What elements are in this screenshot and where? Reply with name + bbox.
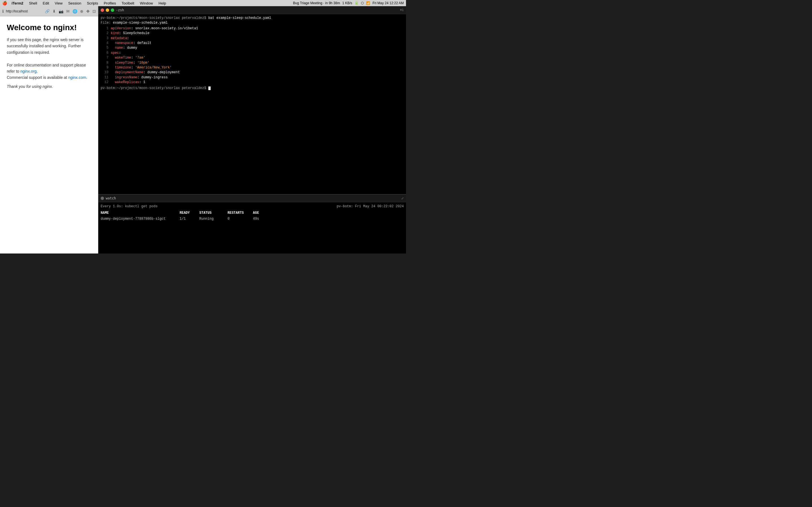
- nginx-paragraph1: If you see this page, the nginx web serv…: [7, 37, 91, 55]
- mail-icon[interactable]: ✉: [66, 9, 70, 13]
- browser-url: http://localhost: [6, 9, 43, 13]
- menubar-scripts[interactable]: Scripts: [85, 0, 100, 6]
- browser-icons: 🔗 ⬇ 📷 ✉ 🌐 ⊕ ✥ ⊡: [45, 9, 96, 13]
- term-line-1: 1 apiVersion: snorlax.moon-society.io/v1…: [101, 26, 404, 31]
- nginx-paragraph2: For online documentation and support ple…: [7, 62, 91, 81]
- close-button[interactable]: [101, 8, 104, 12]
- menubar-view[interactable]: View: [52, 0, 65, 6]
- pod-restarts: 0: [227, 216, 253, 222]
- col-header-status: STATUS: [199, 210, 227, 216]
- terminal-panel: -zsh ⌘1 pv-botm:~/projects/moon-society/…: [98, 6, 406, 253]
- watch-tab-left: watch: [101, 196, 116, 200]
- watch-header-right: pv-botm: Fri May 24 00:22:02 2024: [337, 204, 404, 209]
- watch-header-left: Every 1.0s: kubectl get pods: [101, 204, 158, 209]
- terminal-top-tab-bar: -zsh ⌘1: [98, 6, 406, 14]
- network-info: 1 KB/s: [342, 1, 352, 5]
- menubar-edit[interactable]: Edit: [41, 0, 51, 6]
- term-line-8: 8 sleepTime: '10pm': [101, 61, 404, 65]
- info-icon: ℹ: [2, 9, 4, 13]
- meeting-info: Bug Triage Meeting · in 9h 38m: [293, 1, 340, 5]
- menubar-toolbelt[interactable]: Toolbelt: [119, 0, 137, 6]
- nginx-com-link[interactable]: nginx.com: [68, 75, 86, 80]
- terminal-top-pane: -zsh ⌘1 pv-botm:~/projects/moon-society/…: [98, 6, 406, 194]
- menubar-right: Bug Triage Meeting · in 9h 38m 1 KB/s 🔋 …: [293, 0, 404, 6]
- menubar-app[interactable]: iTerm2: [9, 0, 26, 6]
- nginx-org-link[interactable]: nginx.org: [20, 69, 37, 73]
- aim-icon[interactable]: ⊕: [80, 9, 84, 13]
- download-icon[interactable]: ⬇: [52, 9, 56, 13]
- browser-toolbar: ℹ http://localhost 🔗 ⬇ 📷 ✉ 🌐 ⊕ ✥ ⊡: [0, 6, 98, 16]
- nginx-body: If you see this page, the nginx web serv…: [7, 37, 91, 81]
- col-header-name: NAME: [101, 210, 180, 216]
- watch-tab-label: watch: [106, 196, 116, 200]
- term-line-3: 3 metadata:: [101, 36, 404, 41]
- watch-table-header: NAME READY STATUS RESTARTS AGE: [101, 210, 404, 216]
- minimize-button[interactable]: [106, 8, 109, 12]
- term-line-12: 12 wakeReplicas: 1: [101, 80, 404, 85]
- terminal-top-tab-left: -zsh: [101, 8, 124, 12]
- watch-maximize-icon[interactable]: ⤢: [401, 196, 404, 200]
- terminal-top-content[interactable]: pv-botm:~/projects/moon-society/snorlax …: [98, 14, 406, 194]
- terminal-prompt-line-2: pv-botm:~/projects/moon-society/snorlax …: [101, 86, 404, 91]
- datetime: Fri May 24 12:22 AM: [372, 1, 404, 5]
- term-line-10: 10 deploymentName: dummy-deployment: [101, 70, 404, 75]
- term-line-6: 6 spec:: [101, 51, 404, 55]
- term-line-7: 7 wakeTime: '7am': [101, 55, 404, 60]
- terminal-shortcut: ⌘1: [400, 8, 404, 12]
- term-line-2: 2 kind: SleepSchedule: [101, 31, 404, 36]
- wifi-icon: 📶: [366, 1, 370, 5]
- camera-icon[interactable]: 📷: [59, 9, 63, 13]
- watch-content[interactable]: Every 1.0s: kubectl get pods pv-botm: Fr…: [98, 202, 406, 253]
- pod-name: dummy-deployment-77887986b-slgct: [101, 216, 180, 222]
- term-line-4: 4 namespace: default: [101, 41, 404, 46]
- nginx-p2-suffix: .: [37, 69, 38, 73]
- nginx-p3-prefix: Commercial support is available at: [7, 75, 68, 80]
- nginx-thanks: Thank you for using nginx.: [7, 84, 91, 89]
- nginx-p3-suffix: .: [86, 75, 87, 80]
- nginx-title: Welcome to nginx!: [7, 23, 91, 32]
- maximize-button[interactable]: [111, 8, 114, 12]
- watch-close-btn[interactable]: [101, 196, 104, 200]
- nginx-p2-prefix: For online documentation and support ple…: [7, 63, 86, 73]
- battery-icon: 🔋: [354, 1, 359, 5]
- menubar-profiles[interactable]: Profiles: [101, 0, 118, 6]
- main-container: ℹ http://localhost 🔗 ⬇ 📷 ✉ 🌐 ⊕ ✥ ⊡ Welco…: [0, 6, 406, 253]
- menubar-help[interactable]: Help: [156, 0, 168, 6]
- col-header-age: AGE: [253, 210, 270, 216]
- menubar-window[interactable]: Window: [138, 0, 155, 6]
- terminal-file-header: File: example-sleep-schedule.yaml: [101, 20, 404, 25]
- col-header-restarts: RESTARTS: [227, 210, 253, 216]
- menubar: 🍎 iTerm2 Shell Edit View Session Scripts…: [0, 0, 406, 6]
- terminal-prompt-line: pv-botm:~/projects/moon-society/snorlax …: [101, 16, 404, 20]
- term-line-9: 9 timezone: 'America/New_York': [101, 65, 404, 70]
- window-controls: [101, 8, 114, 12]
- terminal-bottom-pane: watch ⤢ Every 1.0s: kubectl get pods pv-…: [98, 194, 406, 253]
- pod-status: Running: [199, 216, 227, 222]
- move-icon[interactable]: ✥: [86, 9, 90, 13]
- menubar-session[interactable]: Session: [66, 0, 84, 6]
- pod-age: 49s: [253, 216, 270, 222]
- apple-menu[interactable]: 🍎: [2, 1, 7, 5]
- term-line-5: 5 name: dummy: [101, 46, 404, 50]
- watch-tab-bar: watch ⤢: [98, 194, 406, 202]
- term-line-11: 11 ingressName: dummy-ingress: [101, 75, 404, 80]
- browser-content: Welcome to nginx! If you see this page, …: [0, 16, 98, 253]
- menubar-shell[interactable]: Shell: [27, 0, 40, 6]
- link-icon[interactable]: 🔗: [45, 9, 50, 13]
- browser-panel: ℹ http://localhost 🔗 ⬇ 📷 ✉ 🌐 ⊕ ✥ ⊡ Welco…: [0, 6, 98, 253]
- bluetooth-icon: ⬡: [361, 1, 364, 5]
- col-header-ready: READY: [180, 210, 199, 216]
- table-row: dummy-deployment-77887986b-slgct 1/1 Run…: [101, 216, 404, 222]
- globe-icon[interactable]: 🌐: [72, 9, 77, 13]
- pod-ready: 1/1: [180, 216, 199, 222]
- split-icon[interactable]: ⊡: [93, 9, 96, 13]
- terminal-top-tab-label: -zsh: [116, 8, 124, 12]
- watch-header-row: Every 1.0s: kubectl get pods pv-botm: Fr…: [101, 204, 404, 209]
